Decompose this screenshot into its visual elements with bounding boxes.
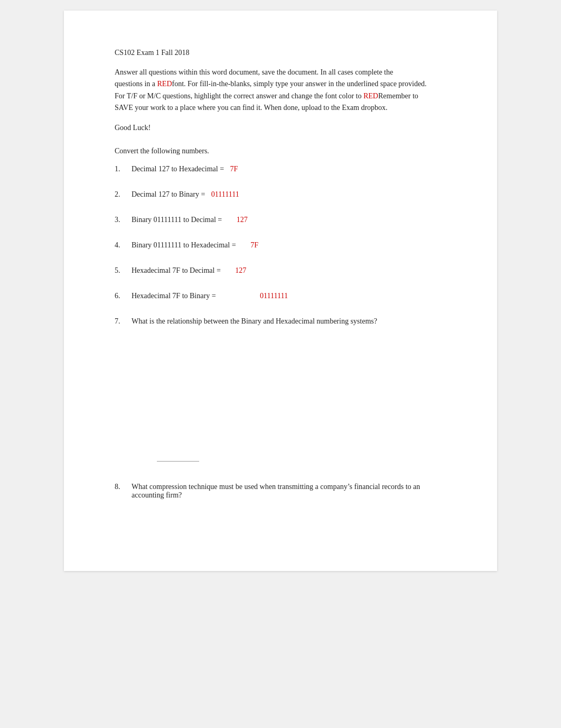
q3-number: 3. <box>115 216 132 224</box>
q5-answer: 127 <box>235 266 246 274</box>
good-luck-text: Good Luck! <box>115 124 446 132</box>
intro-line2-pre: questions in a <box>115 80 157 88</box>
document-page: CS102 Exam 1 Fall 2018 Answer all questi… <box>64 11 497 571</box>
q8-number: 8. <box>115 483 132 491</box>
q4-number: 4. <box>115 241 132 250</box>
q4-text: Binary 01111111 to Hexadecimal = 7F <box>132 241 446 250</box>
q6-answer: 01111111 <box>260 292 288 300</box>
divider <box>157 461 199 462</box>
q4-answer: 7F <box>250 241 258 249</box>
question-3: 3. Binary 01111111 to Decimal = 127 <box>115 216 446 224</box>
question-5: 5. Hexadecimal 7F to Decimal = 127 <box>115 266 446 275</box>
question-8: 8. What compression technique must be us… <box>115 483 446 500</box>
question-4: 4. Binary 01111111 to Hexadecimal = 7F <box>115 241 446 250</box>
q5-number: 5. <box>115 266 132 275</box>
q3-text: Binary 01111111 to Decimal = 127 <box>132 216 446 224</box>
q6-text: Hexadecimal 7F to Binary = 01111111 <box>132 292 446 300</box>
intro-line3-post: Remember to <box>378 92 418 100</box>
q8-text: What compression technique must be used … <box>132 483 446 500</box>
question-7: 7. What is the relationship between the … <box>115 317 446 326</box>
q7-answer-space <box>115 334 446 440</box>
q2-answer: 01111111 <box>211 190 239 198</box>
q2-number: 2. <box>115 190 132 199</box>
q7-text: What is the relationship between the Bin… <box>132 317 446 326</box>
q3-answer: 127 <box>237 216 248 224</box>
question-8-container: 8. What compression technique must be us… <box>115 483 446 500</box>
document-title: CS102 Exam 1 Fall 2018 <box>115 49 446 57</box>
question-6: 6. Hexadecimal 7F to Binary = 01111111 <box>115 292 446 300</box>
question-1: 1. Decimal 127 to Hexadecimal = 7F <box>115 165 446 173</box>
intro-red2: RED <box>363 92 378 100</box>
q1-answer: 7F <box>230 165 238 173</box>
q1-number: 1. <box>115 165 132 173</box>
q5-text: Hexadecimal 7F to Decimal = 127 <box>132 266 446 275</box>
intro-paragraph: Answer all questions within this word do… <box>115 67 446 114</box>
intro-line2-post: font. For fill-in-the-blanks, simply typ… <box>172 80 427 88</box>
convert-heading: Convert the following numbers. <box>115 147 446 155</box>
intro-red1: RED <box>157 80 172 88</box>
q1-text: Decimal 127 to Hexadecimal = 7F <box>132 165 446 173</box>
q2-text: Decimal 127 to Binary = 01111111 <box>132 190 446 199</box>
q7-number: 7. <box>115 317 132 326</box>
question-2: 2. Decimal 127 to Binary = 01111111 <box>115 190 446 199</box>
q6-number: 6. <box>115 292 132 300</box>
intro-line3-pre: For T/F or M/C questions, highlight the … <box>115 92 363 100</box>
intro-line1: Answer all questions within this word do… <box>115 68 393 76</box>
intro-line4: SAVE your work to a place where you can … <box>115 104 388 112</box>
question-list: 1. Decimal 127 to Hexadecimal = 7F 2. De… <box>115 165 446 326</box>
